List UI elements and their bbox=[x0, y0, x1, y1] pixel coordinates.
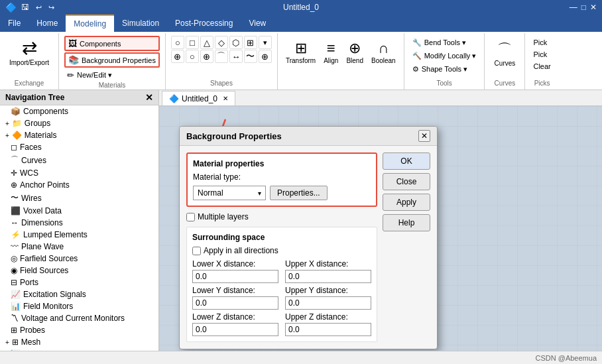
tab-label: Untitled_0 bbox=[182, 94, 217, 103]
multiple-layers-checkbox[interactable] bbox=[186, 213, 195, 221]
nav-item-anchor-points[interactable]: ⊕Anchor Points bbox=[0, 179, 158, 191]
background-btn[interactable]: 🖼 Components bbox=[64, 36, 160, 51]
import-export-icon: ⇄ bbox=[22, 37, 37, 59]
upper-x-label: Upper X distance: bbox=[285, 259, 371, 269]
picks-btn1[interactable]: Pick bbox=[530, 37, 553, 48]
properties-btn[interactable]: Properties... bbox=[270, 186, 328, 200]
lower-y-label: Lower Y distance: bbox=[192, 286, 278, 295]
nav-item-wcs[interactable]: ✛WCS bbox=[0, 167, 158, 179]
nav-item-materials[interactable]: +🔶Materials bbox=[0, 129, 158, 141]
lower-z-input[interactable] bbox=[192, 323, 278, 336]
nav-item-voxel[interactable]: ⬛Voxel Data bbox=[0, 205, 158, 217]
help-button[interactable]: Help bbox=[383, 214, 430, 231]
boolean-btn[interactable]: ∩ Boolean bbox=[369, 37, 398, 67]
nav-item-voltage-monitors[interactable]: 〽Voltage and Current Monitors bbox=[0, 312, 158, 324]
import-export-btn[interactable]: ⇄ Import/Export bbox=[5, 34, 53, 69]
curves-label: Curves bbox=[495, 60, 516, 67]
shape-dropdown-icon[interactable]: ▾ bbox=[259, 36, 272, 49]
maximize-btn[interactable]: □ bbox=[581, 3, 586, 12]
shape-extra1-icon[interactable]: ⊞ bbox=[244, 36, 257, 49]
bend-tools-btn[interactable]: 🔧 Bend Tools ▾ bbox=[410, 37, 479, 48]
upper-z-input[interactable] bbox=[285, 323, 371, 336]
shape-cube-icon[interactable]: □ bbox=[186, 36, 199, 49]
import-export-label: Import/Export bbox=[9, 59, 49, 66]
nav-item-groups[interactable]: +📁Groups bbox=[0, 117, 158, 129]
close-btn[interactable]: ✕ bbox=[590, 3, 597, 12]
lower-x-label: Lower X distance: bbox=[192, 259, 278, 269]
upper-y-input[interactable] bbox=[285, 296, 371, 310]
shape-torus-icon[interactable]: ⊕ bbox=[171, 50, 184, 63]
nav-item-components[interactable]: 📦Components bbox=[0, 105, 158, 117]
shape-hex-icon[interactable]: ⬡ bbox=[229, 36, 243, 49]
lower-y-input[interactable] bbox=[192, 296, 278, 310]
material-type-value: Normal bbox=[198, 188, 223, 198]
menu-post-processing[interactable]: Post-Processing bbox=[167, 15, 241, 32]
blend-btn[interactable]: ⊕ Blend bbox=[343, 37, 366, 67]
quick-undo-btn[interactable]: ↩ bbox=[34, 3, 44, 12]
minimize-btn[interactable]: — bbox=[570, 3, 577, 12]
tools-group-label: Tools bbox=[410, 80, 479, 88]
clear-btn[interactable]: Clear bbox=[530, 61, 553, 72]
dialog-close-btn[interactable]: ✕ bbox=[418, 130, 430, 142]
shape-wave-icon[interactable]: 〜 bbox=[244, 50, 257, 63]
blend-label: Blend bbox=[346, 57, 363, 64]
nav-item-plane-wave[interactable]: 〰Plane Wave bbox=[0, 241, 158, 253]
shape-cone-icon[interactable]: △ bbox=[200, 36, 213, 49]
nav-item-ports[interactable]: ⊟Ports bbox=[0, 276, 158, 288]
close-button[interactable]: Close bbox=[383, 173, 430, 190]
quick-redo-btn[interactable]: ↪ bbox=[46, 3, 56, 12]
nav-title: Navigation Tree bbox=[5, 93, 64, 102]
align-btn[interactable]: ≡ Align bbox=[321, 37, 341, 67]
app-icon: 🔷 bbox=[5, 2, 17, 13]
shape-extra2-icon[interactable]: ⊕ bbox=[259, 50, 272, 63]
modify-locally-btn[interactable]: 🔨 Modify Locally ▾ bbox=[410, 50, 479, 62]
select-dropdown-icon: ▾ bbox=[258, 190, 261, 197]
shape-circle-icon[interactable]: ○ bbox=[186, 50, 199, 63]
shape-arc-icon[interactable]: ⌒ bbox=[215, 50, 228, 63]
nav-item-farfield-sources[interactable]: ◎Farfield Sources bbox=[0, 253, 158, 265]
ok-button[interactable]: OK bbox=[383, 152, 430, 170]
nav-item-curves[interactable]: ⌒Curves bbox=[0, 153, 158, 167]
tab-close-btn[interactable]: ✕ bbox=[223, 95, 228, 102]
quick-save-btn[interactable]: 🖫 bbox=[19, 3, 31, 12]
bend-tools-icon: 🔧 bbox=[412, 38, 422, 47]
nav-item-faces[interactable]: ◻Faces bbox=[0, 141, 158, 153]
menu-file[interactable]: File bbox=[0, 15, 29, 32]
menu-view[interactable]: View bbox=[241, 15, 274, 32]
shape-plus-icon[interactable]: ⊕ bbox=[200, 50, 213, 63]
picks-btn2[interactable]: Pick bbox=[530, 49, 553, 60]
menu-simulation[interactable]: Simulation bbox=[114, 15, 167, 32]
shape-sphere-icon[interactable]: ○ bbox=[171, 36, 184, 49]
nav-item-1d-results[interactable]: 📉1D Results bbox=[0, 348, 158, 351]
nav-item-probes[interactable]: ⊞Probes bbox=[0, 324, 158, 336]
nav-item-field-monitors[interactable]: 📊Field Monitors bbox=[0, 300, 158, 312]
new-edit-btn[interactable]: ✏ New/Edit ▾ bbox=[64, 69, 160, 82]
material-library-btn[interactable]: 📚 Background Properties bbox=[64, 52, 160, 68]
tab-untitled[interactable]: 🔷 Untitled_0 ✕ bbox=[162, 91, 235, 105]
nav-item-dimensions[interactable]: ↔Dimensions bbox=[0, 217, 158, 229]
material-library-icon: 📚 bbox=[68, 55, 79, 65]
nav-item-wires[interactable]: 〜Wires bbox=[0, 191, 158, 205]
apply-button[interactable]: Apply bbox=[383, 194, 430, 211]
transform-btn[interactable]: ⊞ Transform bbox=[283, 37, 318, 67]
lower-x-input[interactable] bbox=[192, 270, 278, 283]
nav-item-field-sources[interactable]: ◉Field Sources bbox=[0, 265, 158, 276]
apply-all-checkbox[interactable] bbox=[192, 247, 201, 255]
nav-item-mesh[interactable]: +⊞Mesh bbox=[0, 336, 158, 348]
upper-x-input[interactable] bbox=[285, 270, 371, 283]
curves-btn[interactable]: ⌒ Curves bbox=[490, 37, 519, 70]
tab-icon: 🔷 bbox=[169, 94, 179, 103]
curves-group-label: Curves bbox=[490, 80, 519, 88]
menu-modeling[interactable]: Modeling bbox=[66, 15, 114, 32]
new-edit-label: New/Edit ▾ bbox=[77, 71, 112, 80]
nav-item-excitation[interactable]: 📈Excitation Signals bbox=[0, 288, 158, 300]
shape-tools-btn[interactable]: ⚙ Shape Tools ▾ bbox=[410, 64, 479, 75]
shape-line-icon[interactable]: ↔ bbox=[229, 50, 243, 63]
modify-locally-label: Modify Locally ▾ bbox=[424, 52, 477, 60]
nav-close-btn[interactable]: ✕ bbox=[145, 92, 153, 103]
shape-diamond-icon[interactable]: ◇ bbox=[215, 36, 228, 49]
menu-home[interactable]: Home bbox=[29, 15, 66, 32]
material-type-select[interactable]: Normal ▾ bbox=[193, 186, 266, 200]
upper-z-label: Upper Z distance: bbox=[285, 312, 371, 322]
nav-item-lumped[interactable]: ⚡Lumped Elements bbox=[0, 229, 158, 241]
